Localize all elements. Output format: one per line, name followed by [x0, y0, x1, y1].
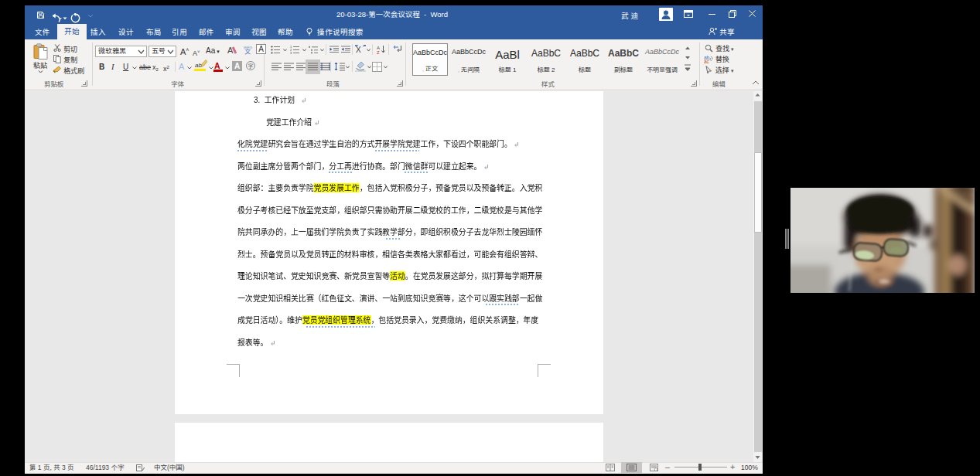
svg-text:Z: Z — [377, 50, 380, 54]
svg-text:ac: ac — [704, 59, 710, 63]
svg-text:A: A — [377, 46, 380, 50]
svg-text:3: 3 — [290, 51, 292, 54]
svg-text:文: 文 — [244, 49, 251, 55]
svg-text:A: A — [227, 46, 234, 55]
svg-text:Χ: Χ — [356, 46, 361, 54]
